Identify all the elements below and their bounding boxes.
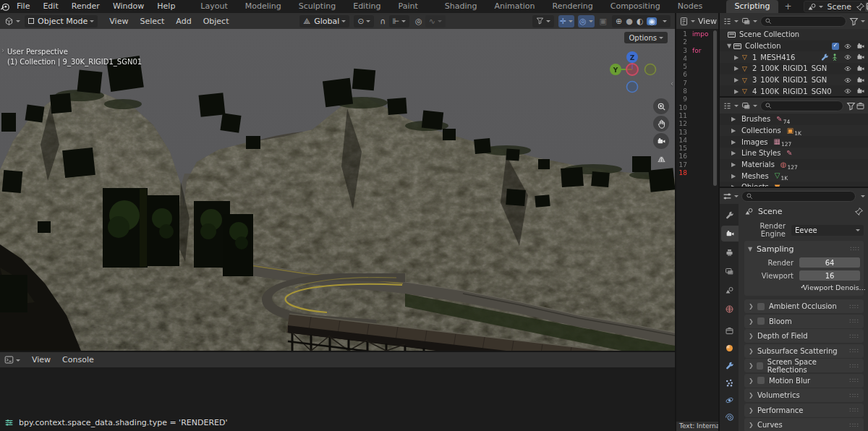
perspective-toggle-button[interactable]: [653, 150, 669, 166]
category-name[interactable]: Line Styles: [741, 149, 780, 157]
panel-grip-icon[interactable]: ∷∷: [850, 406, 859, 414]
section-enable-checkbox[interactable]: [757, 303, 765, 310]
outliner-row[interactable]: ▶ ▽ 4_100K_RIGID1_SGN0: [720, 85, 868, 96]
expand-arrow[interactable]: ▶: [730, 116, 737, 122]
new-scene-icon[interactable]: [865, 2, 868, 12]
tab-world[interactable]: [720, 301, 739, 317]
section-enable-checkbox[interactable]: [757, 362, 763, 370]
datablock-name[interactable]: 2_100K_RIGID1_SGN: [752, 64, 843, 72]
workspace-tab[interactable]: UV Editing: [344, 0, 389, 13]
snap-magnet-icon[interactable]: ∩: [380, 17, 386, 25]
panel-grip-icon[interactable]: ∷∷: [850, 333, 859, 340]
panel-grip-icon[interactable]: ∷∷: [850, 377, 859, 384]
topbar-menu-item[interactable]: File: [10, 0, 36, 13]
panel-grip-icon[interactable]: ∷∷: [851, 245, 860, 252]
tab-constraints[interactable]: [720, 409, 739, 425]
outliner-row[interactable]: ▶ ▽ 3_100K_RIGID1_SGN: [720, 74, 868, 86]
blend-file-browser[interactable]: ▶ Brushes ✎74 ▶ Collections ▣1K ▶ Images…: [720, 98, 868, 187]
text-editor[interactable]: View 1 impo 2 3 for 4: [675, 13, 720, 431]
section-expand-arrow[interactable]: ❯: [749, 407, 757, 414]
workspace-tab[interactable]: Modeling: [237, 0, 290, 13]
hide-eye-icon[interactable]: [843, 64, 852, 73]
tab-modifiers[interactable]: [720, 357, 739, 373]
tab-output[interactable]: [720, 244, 739, 260]
editor-type-3dview-icon[interactable]: [4, 17, 14, 26]
datablock-category-row[interactable]: ▶ Objects ▼1K: [720, 182, 868, 187]
datablock-category-row[interactable]: ▶ Meshes ▽1K: [720, 170, 868, 182]
xray-toggle-icon[interactable]: ▣: [600, 17, 607, 25]
workspace-tab[interactable]: Texture Paint: [390, 0, 436, 13]
datablock-category-row[interactable]: ▶ Materials ◍127: [720, 159, 868, 171]
topbar-menu-item[interactable]: Edit: [36, 0, 64, 13]
property-section-header[interactable]: ❯ Motion Blur ∷∷: [744, 374, 864, 388]
render-visibility-icon[interactable]: [856, 76, 865, 85]
console-menu-item[interactable]: Console: [56, 355, 100, 364]
outliner[interactable]: Scene Collection ▼ Collection: [720, 13, 868, 96]
tab-particles[interactable]: [720, 375, 739, 391]
render-visibility-icon[interactable]: [856, 64, 865, 73]
panel-grip-icon[interactable]: ∷∷: [850, 347, 859, 354]
scene-name[interactable]: Scene: [823, 2, 856, 12]
expand-arrow[interactable]: ▶: [733, 65, 740, 72]
field-value[interactable]: 16: [799, 270, 860, 281]
viewport-menu-item[interactable]: View: [103, 17, 134, 26]
render-visibility-icon[interactable]: [856, 87, 865, 95]
datablock-category-row[interactable]: ▶ Collections ▣1K: [720, 125, 868, 137]
expand-arrow[interactable]: ▶: [733, 77, 740, 83]
section-enable-checkbox[interactable]: [757, 377, 765, 384]
workspace-tab[interactable]: Geometry Nodes: [669, 0, 726, 13]
text-editor-view-menu[interactable]: View: [695, 17, 718, 26]
mode-dropdown[interactable]: Object Mode: [25, 15, 98, 27]
expand-arrow[interactable]: ▶: [733, 88, 740, 95]
property-section-header[interactable]: ❯ Depth of Field ∷∷: [744, 329, 864, 343]
render-visibility-icon[interactable]: [856, 42, 865, 51]
workspace-tab[interactable]: Sculpting: [290, 0, 344, 13]
options-button[interactable]: Options: [624, 32, 668, 43]
snapping-dropdown[interactable]: ⊩: [389, 15, 410, 27]
topbar-menu-item[interactable]: Window: [106, 0, 150, 13]
editor-type-console-icon[interactable]: [4, 355, 14, 364]
tab-object[interactable]: [720, 340, 739, 356]
toolbar-expand-arrow[interactable]: ›: [1, 46, 4, 54]
editor-type-text-icon[interactable]: [679, 17, 689, 26]
expand-arrow[interactable]: ▶: [730, 184, 737, 187]
pin-id-icon[interactable]: [854, 207, 864, 216]
workspace-tab[interactable]: Compositing: [602, 0, 669, 13]
outliner-search-input[interactable]: [760, 16, 846, 27]
datablock-name[interactable]: Scene Collection: [739, 30, 865, 38]
expand-arrow[interactable]: ▶: [730, 173, 737, 179]
blendfile-archive-icon[interactable]: [856, 101, 865, 111]
render-visibility-icon[interactable]: [856, 53, 865, 61]
category-name[interactable]: Collections: [741, 127, 781, 135]
datablock-category-row[interactable]: ▶ Line Styles ✎: [720, 148, 868, 159]
gizmos-dropdown[interactable]: ✛: [558, 15, 574, 27]
workspace-tab[interactable]: Animation: [485, 0, 543, 13]
section-expand-arrow[interactable]: ❯: [749, 377, 757, 384]
expand-arrow[interactable]: ▶: [730, 150, 737, 156]
datablock-name[interactable]: 4_100K_RIGID1_SGN0: [752, 88, 843, 95]
property-section-header[interactable]: ❯ Performance ∷∷: [744, 404, 864, 417]
console-menu-item[interactable]: View: [26, 355, 56, 364]
tab-physics[interactable]: [720, 392, 739, 408]
console-command-text[interactable]: bpy.context.space_data.shading.type = 'R…: [19, 418, 227, 427]
falloff-dropdown[interactable]: ∿: [425, 15, 446, 27]
section-enable-checkbox[interactable]: [757, 317, 765, 325]
viewport-canvas[interactable]: › User Perspective (1) Collection | 9_30…: [0, 29, 675, 351]
panel-grip-icon[interactable]: ∷∷: [850, 422, 859, 429]
section-expand-arrow[interactable]: ❯: [749, 392, 757, 398]
blendfile-display-mode-icon[interactable]: [723, 101, 732, 111]
panel-grip-icon[interactable]: ∷∷: [850, 362, 859, 370]
section-expand-arrow[interactable]: ❯: [749, 333, 757, 339]
workspace-tab[interactable]: Layout: [192, 0, 236, 13]
selectability-checkbox[interactable]: [832, 43, 839, 50]
breadcrumb-scene-name[interactable]: Scene: [758, 207, 783, 216]
section-expand-arrow[interactable]: ❯: [749, 362, 757, 369]
category-name[interactable]: Objects: [741, 183, 769, 187]
expand-arrow[interactable]: ▶: [730, 161, 737, 168]
properties-search-input[interactable]: [741, 191, 856, 202]
tab-collection[interactable]: [720, 323, 739, 338]
workspace-tab[interactable]: Scripting: [726, 0, 779, 13]
sidebar-collapse-arrow[interactable]: ‹: [671, 80, 673, 88]
expand-arrow[interactable]: ▶: [730, 127, 737, 134]
navigation-gizmo[interactable]: Z Y: [610, 48, 662, 100]
